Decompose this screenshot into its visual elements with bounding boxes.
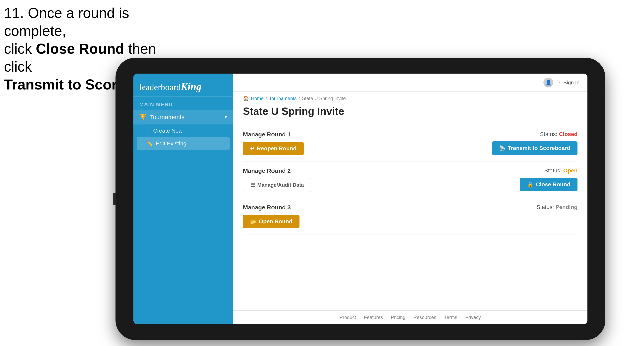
round-2-left: Manage Round 2 ☰ Manage/Audit Data — [243, 168, 311, 192]
sign-in-button[interactable]: 👤 → Sign In — [544, 78, 580, 87]
logo-king-text: King — [181, 81, 202, 92]
instruction-line1: 11. Once a round is complete, — [4, 5, 129, 39]
main-menu-label: MAIN MENU — [134, 97, 233, 110]
round-1-left: Manage Round 1 ↩ Reopen Round — [243, 131, 304, 155]
footer-features[interactable]: Features — [364, 315, 383, 320]
transmit-scoreboard-label: Transmit to Scoreboard — [508, 145, 570, 151]
round-3-right: Status: Pending — [537, 204, 578, 210]
round-1-status-value: Closed — [559, 131, 578, 137]
audit-icon: ☰ — [250, 182, 255, 188]
round-2-right: Status: Open 🔒 Close Round — [520, 168, 578, 191]
breadcrumb-current: State U Spring Invite — [302, 96, 346, 101]
logo-area: leaderboardKing — [134, 74, 233, 97]
tablet-screen: leaderboardKing MAIN MENU 🏆 Tournaments … — [134, 74, 588, 324]
transmit-scoreboard-button[interactable]: 📡 Transmit to Scoreboard — [492, 141, 578, 155]
sidebar: leaderboardKing MAIN MENU 🏆 Tournaments … — [134, 74, 233, 324]
tablet-side-button — [113, 193, 116, 205]
manage-audit-button[interactable]: ☰ Manage/Audit Data — [243, 178, 311, 192]
footer-resources[interactable]: Resources — [414, 315, 436, 320]
round-1-status-label: Status: — [540, 131, 558, 137]
reopen-round-button[interactable]: ↩ Reopen Round — [243, 142, 304, 155]
round-1-status: Status: Closed — [540, 131, 578, 137]
sidebar-item-tournaments[interactable]: 🏆 Tournaments ▾ — [134, 110, 233, 125]
breadcrumb: 🏠 Home / Tournaments / State U Spring In… — [233, 92, 588, 103]
round-1-section: Manage Round 1 ↩ Reopen Round Status: Cl… — [243, 125, 578, 162]
round-2-title: Manage Round 2 — [243, 168, 311, 174]
footer-terms[interactable]: Terms — [444, 315, 457, 320]
round-2-status: Status: Open — [544, 168, 578, 174]
instruction-bold1: Close Round — [36, 41, 124, 57]
breadcrumb-home-link[interactable]: Home — [251, 96, 264, 101]
footer-pricing[interactable]: Pricing — [391, 315, 406, 320]
content-area: Manage Round 1 ↩ Reopen Round Status: Cl… — [233, 123, 588, 310]
round-3-title: Manage Round 3 — [243, 204, 300, 211]
transmit-icon: 📡 — [499, 145, 506, 151]
main-content: 👤 → Sign In 🏠 Home / Tournaments / State… — [233, 74, 588, 324]
round-1-title: Manage Round 1 — [243, 131, 304, 138]
edit-existing-label: Edit Existing — [156, 140, 186, 147]
round-2-status-value: Open — [563, 168, 578, 173]
page-footer: Product Features Pricing Resources Terms… — [233, 310, 588, 324]
sign-in-label: → — [556, 80, 561, 86]
sidebar-item-create-new[interactable]: + Create New — [134, 125, 233, 137]
sidebar-item-edit-existing[interactable]: ✏️ Edit Existing — [136, 137, 230, 150]
reopen-round-label: Reopen Round — [257, 145, 296, 152]
round-1-right: Status: Closed 📡 Transmit to Scoreboard — [492, 131, 578, 155]
reopen-icon: ↩ — [250, 146, 254, 152]
round-3-status-label: Status: — [537, 204, 554, 210]
top-bar: 👤 → Sign In — [233, 74, 588, 92]
round-2-status-label: Status: — [544, 168, 562, 173]
breadcrumb-sep2: / — [298, 96, 300, 101]
round-3-left: Manage Round 3 📂 Open Round — [243, 204, 300, 228]
round-3-status: Status: Pending — [537, 204, 578, 210]
breadcrumb-tournaments-link[interactable]: Tournaments — [269, 96, 297, 101]
breadcrumb-sep1: / — [266, 96, 267, 101]
footer-product[interactable]: Product — [340, 315, 356, 320]
create-new-label: Create New — [153, 128, 182, 134]
trophy-icon: 🏆 — [140, 114, 147, 121]
tablet-device: leaderboardKing MAIN MENU 🏆 Tournaments … — [116, 58, 605, 340]
chevron-down-icon: ▾ — [224, 114, 227, 120]
open-icon: 📂 — [250, 218, 256, 225]
manage-audit-label: Manage/Audit Data — [257, 182, 304, 188]
page-title: State U Spring Invite — [233, 103, 588, 123]
user-avatar: 👤 — [544, 78, 554, 87]
instruction-line2: click — [4, 41, 36, 57]
app-layout: leaderboardKing MAIN MENU 🏆 Tournaments … — [134, 74, 588, 324]
sidebar-tournaments-label: Tournaments — [150, 114, 184, 121]
round-3-section: Manage Round 3 📂 Open Round Status: Pend… — [243, 198, 578, 234]
close-round-label: Close Round — [536, 181, 570, 188]
round-3-status-value: Pending — [556, 204, 578, 210]
breadcrumb-home-icon: 🏠 — [243, 96, 249, 101]
edit-icon: ✏️ — [146, 141, 153, 147]
open-round-label: Open Round — [259, 218, 292, 225]
round-2-section: Manage Round 2 ☰ Manage/Audit Data Statu… — [243, 162, 578, 198]
lock-icon: 🔒 — [527, 181, 534, 188]
close-round-button[interactable]: 🔒 Close Round — [520, 178, 578, 191]
open-round-button[interactable]: 📂 Open Round — [243, 215, 300, 228]
logo-leaderboard-text: leaderboard — [140, 82, 181, 92]
sign-in-text: Sign In — [563, 80, 580, 86]
footer-privacy[interactable]: Privacy — [465, 315, 481, 320]
plus-icon: + — [147, 128, 150, 134]
app-logo: leaderboardKing — [140, 81, 227, 92]
